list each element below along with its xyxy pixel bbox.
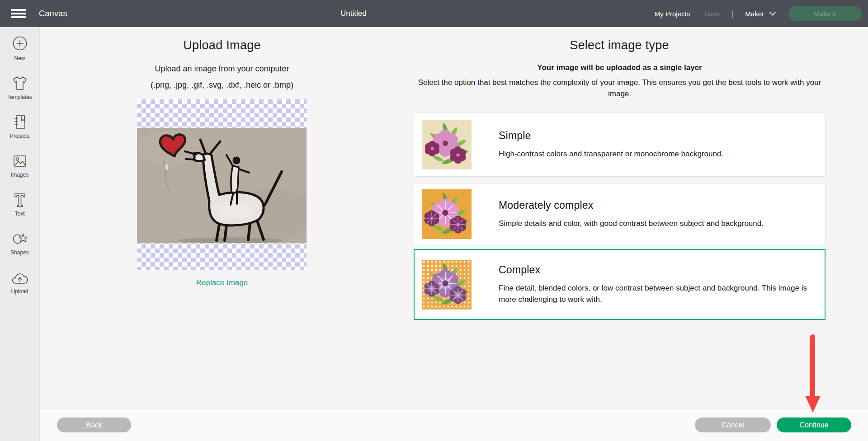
upload-subtitle: Upload an image from your computer [86,64,358,74]
menu-hamburger-icon[interactable] [11,7,26,20]
image-preview-checkerboard [137,99,307,270]
sidebar-item-label: Text [14,211,24,217]
left-nav-sidebar: New Templates Projects Images Text Shape… [0,27,40,441]
bottom-action-bar: Back Cancel Continue [40,408,868,441]
sidebar-item-upload[interactable]: Upload [0,267,39,305]
sidebar-item-label: Shapes [10,249,29,256]
continue-button[interactable]: Continue [777,418,851,432]
top-bar: Canvas Untitled My Projects Save | Maker… [0,0,868,27]
notebook-bookmark-icon [11,111,29,130]
complex-thumbnail [422,260,472,310]
project-name[interactable]: Untitled [340,9,367,18]
cloud-upload-icon [10,267,29,286]
option-title: Simple [499,130,723,142]
plus-circle-icon [11,33,29,52]
picture-icon [11,150,29,169]
machine-selector[interactable]: Maker [745,10,776,18]
topbar-actions: My Projects Save | Maker Make It [655,0,868,27]
divider: | [731,10,733,18]
sidebar-item-images[interactable]: Images [0,150,39,189]
select-type-description: Select the option that best matches the … [414,77,826,99]
select-type-title: Select image type [484,38,755,52]
sidebar-item-label: Templates [7,94,32,100]
sidebar-item-projects[interactable]: Projects [0,111,39,150]
uploaded-image-preview [137,128,307,243]
upload-filetypes: (.png, .jpg, .gif, .svg, .dxf, .heic or … [86,80,358,90]
cancel-button[interactable]: Cancel [695,418,771,432]
machine-name: Maker [745,10,764,18]
option-card-complex[interactable]: Complex Fine detail, blended colors, or … [414,249,826,320]
circle-star-icon [11,228,29,247]
tshirt-icon [11,72,29,91]
option-card-simple[interactable]: Simple High-contrast colors and transpar… [414,112,826,177]
save-button[interactable]: Save [704,10,720,18]
sidebar-item-label: Images [11,172,28,178]
letter-t-icon [11,189,29,208]
page-title: Canvas [39,9,67,19]
sidebar-item-new[interactable]: New [0,33,39,72]
option-description: Fine detail, blended colors, or low cont… [499,282,815,305]
moderately-complex-thumbnail [422,189,472,239]
sidebar-item-label: Projects [10,133,29,139]
my-projects-link[interactable]: My Projects [655,10,690,18]
single-layer-note: Your image will be uploaded as a single … [414,63,826,72]
main-content: Upload Image Upload an image from your c… [40,27,868,408]
option-title: Complex [499,264,815,276]
option-card-moderately-complex[interactable]: Moderately complex Simple details and co… [414,183,826,245]
pointer-arrow-icon [804,333,821,414]
option-description: High-contrast colors and transparent or … [499,148,723,160]
sidebar-item-text[interactable]: Text [0,189,39,228]
simple-thumbnail [422,120,472,169]
sidebar-item-shapes[interactable]: Shapes [0,228,39,267]
replace-image-link[interactable]: Replace Image [86,278,358,287]
sidebar-item-label: New [14,55,25,61]
upload-panel-title: Upload Image [86,38,358,52]
back-button[interactable]: Back [57,418,131,432]
option-title: Moderately complex [499,199,764,211]
sidebar-item-label: Upload [11,288,28,295]
chevron-down-icon [769,12,776,16]
sidebar-item-templates[interactable]: Templates [0,72,39,111]
option-description: Simple details and color, with good cont… [499,218,764,229]
make-it-button[interactable]: Make It [788,6,862,21]
